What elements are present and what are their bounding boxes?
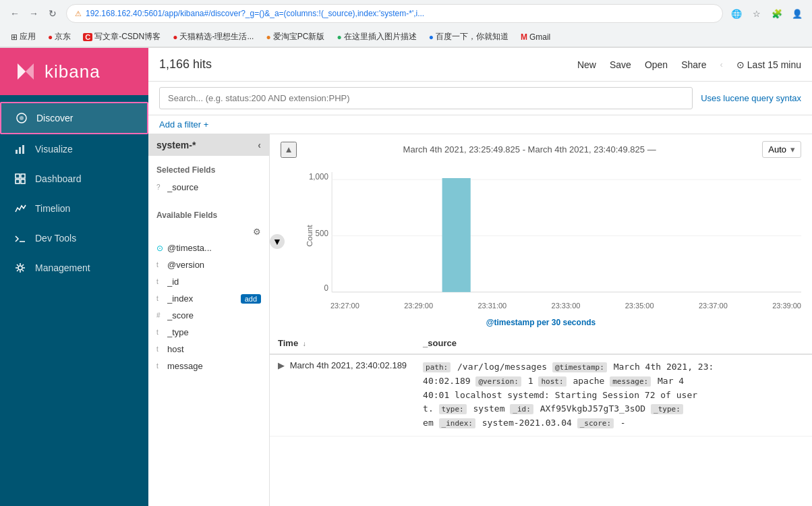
refresh-button[interactable]: ↻ (45, 5, 61, 22)
x-label-4: 23:33:00 (552, 302, 581, 310)
gmail-icon: M (521, 32, 527, 42)
save-button[interactable]: Save (610, 57, 631, 73)
search-input-wrapper (159, 87, 693, 109)
hits-count: 1,166 hits (159, 57, 577, 72)
field-item-timestamp[interactable]: ⊙ @timesta... (148, 240, 269, 256)
field-item-index[interactable]: t _index add (148, 290, 269, 307)
url-text: 192.168.162.40:5601/app/kibana#/discover… (86, 9, 424, 18)
bookmark-taobao[interactable]: ● 爱淘宝PC新版 (262, 30, 328, 44)
x-label-5: 23:35:00 (625, 302, 654, 310)
lucene-hint[interactable]: Uses lucene query syntax (701, 93, 801, 103)
field-name: _id (167, 277, 261, 287)
selected-fields-section: Selected Fields ? _source (148, 156, 269, 201)
source-key-timestamp: @timestamp: (552, 362, 607, 372)
bookmark-baidu[interactable]: ● 百度一下，你就知道 (425, 30, 513, 44)
bookmark-label: 写文章-CSDN博客 (94, 31, 161, 43)
bookmark-csdn[interactable]: C 写文章-CSDN博客 (79, 30, 165, 44)
chart-container: 1,000 500 0 Count (270, 165, 812, 318)
search-bar: Uses lucene query syntax (148, 82, 812, 115)
field-item-score[interactable]: # _score (148, 307, 269, 324)
svg-point-2 (20, 116, 24, 120)
sidebar-item-visualize[interactable]: Visualize (0, 134, 148, 164)
devtools-icon (13, 231, 27, 245)
bookmark-jd[interactable]: ● 京东 (44, 30, 75, 44)
field-add-button[interactable]: add (241, 294, 261, 304)
source-key-type2: _type: (651, 404, 683, 414)
new-button[interactable]: New (577, 57, 596, 73)
bookmark-apps[interactable]: ⊞ 应用 (7, 30, 40, 44)
forward-button[interactable]: → (26, 5, 42, 22)
filter-bar: Add a filter + (148, 115, 812, 134)
profile-icon[interactable]: 👤 (789, 5, 805, 22)
search-input[interactable] (159, 87, 693, 109)
bookmark-tmall[interactable]: ● 天猫精选-理想生活... (169, 30, 258, 44)
source-val-path: /var/log/messages (457, 362, 547, 372)
collapse-panel-button[interactable]: ‹ (258, 140, 261, 150)
discover-icon (15, 111, 28, 125)
source-key-id: _id: (510, 404, 533, 414)
extensions-icon[interactable]: 🧩 (769, 5, 785, 22)
source-key-message: message: (610, 376, 651, 387)
field-item-host[interactable]: t host (148, 341, 269, 358)
source-val-id: AXf95VkgbJ57gT3_3sOD (540, 403, 646, 414)
field-item-version[interactable]: t @version (148, 256, 269, 273)
interval-label: Auto (768, 144, 786, 154)
svg-rect-7 (21, 174, 25, 178)
selected-fields-title: Selected Fields (148, 161, 269, 179)
sidebar-item-discover[interactable]: Discover (0, 102, 148, 134)
svg-text:0: 0 (324, 283, 328, 292)
table-row: ▶ March 4th 2021, 23:40:02.189 path: /va… (270, 354, 812, 436)
top-toolbar: 1,166 hits New Save Open Share ‹ ⊙ Last … (148, 48, 812, 82)
field-item-message[interactable]: t message (148, 358, 269, 374)
content-area: system-* ‹ Selected Fields ? _source Ava… (148, 134, 812, 506)
source-val-score: - (620, 418, 626, 428)
open-button[interactable]: Open (645, 57, 668, 73)
available-fields-section: Available Fields ⚙ ⊙ @timesta... t @vers… (148, 201, 269, 380)
source-val-index: system-2021.03.04 (482, 418, 572, 428)
time-column-header[interactable]: Time ↓ (270, 333, 415, 354)
field-type-text-icon: t (156, 278, 163, 285)
available-fields-title: Available Fields (148, 206, 269, 224)
bookmark-gmail[interactable]: M Gmail (517, 31, 554, 43)
field-item-id[interactable]: t _id (148, 273, 269, 290)
x-label-6: 23:37:00 (699, 302, 728, 310)
expand-row-button[interactable]: ▶ (278, 360, 285, 370)
back-button[interactable]: ← (7, 5, 23, 22)
apps-icon: ⊞ (11, 32, 18, 42)
sidebar-item-devtools[interactable]: Dev Tools (0, 223, 148, 253)
toolbar-separator: ‹ (720, 59, 722, 69)
add-filter-button[interactable]: Add a filter + (159, 119, 208, 130)
source-val-timestamp: March 4th 2021, 23: (614, 362, 714, 372)
bookmark-icon[interactable]: ☆ (749, 5, 765, 22)
source-val-message: Mar 4 (658, 376, 684, 386)
sidebar-item-management[interactable]: Management (0, 253, 148, 283)
management-label: Management (35, 262, 90, 273)
dashboard-icon (13, 172, 27, 186)
field-item-type[interactable]: t _type (148, 324, 269, 341)
bookmark-img[interactable]: ● 在这里插入图片描述 (332, 30, 420, 44)
field-item-source[interactable]: ? _source (148, 179, 269, 196)
svg-rect-9 (21, 179, 25, 184)
url-bar[interactable]: ⚠ 192.168.162.40:5601/app/kibana#/discov… (66, 4, 723, 23)
chart-bar (442, 178, 471, 292)
fields-gear-button[interactable]: ⚙ (253, 227, 261, 237)
x-label-3: 23:31:00 (477, 302, 506, 310)
translate-icon[interactable]: 🌐 (728, 5, 745, 22)
sidebar-item-dashboard[interactable]: Dashboard (0, 164, 148, 194)
source-cell: path: /var/log/messages @timestamp: Marc… (415, 354, 812, 436)
share-button[interactable]: Share (681, 57, 706, 73)
source-key-type: type: (439, 404, 467, 414)
field-type-text-icon: t (156, 261, 163, 269)
expand-chart-button[interactable]: ▼ (270, 234, 285, 249)
bookmark-label: 爱淘宝PC新版 (273, 31, 325, 43)
source-column-header: _source (415, 333, 812, 354)
kibana-logo-text: kibana (45, 61, 100, 82)
interval-select[interactable]: Auto ▾ (762, 141, 801, 158)
sidebar-nav: Discover Visualize (0, 95, 148, 506)
collapse-chart-button[interactable]: ▲ (281, 142, 297, 158)
field-type-number-icon: # (156, 312, 163, 319)
source-key-version: @version: (475, 376, 521, 387)
time-range-badge[interactable]: ⊙ Last 15 minu (736, 59, 801, 70)
table-header-row: Time ↓ _source (270, 333, 812, 354)
sidebar-item-timelion[interactable]: Timelion (0, 194, 148, 223)
